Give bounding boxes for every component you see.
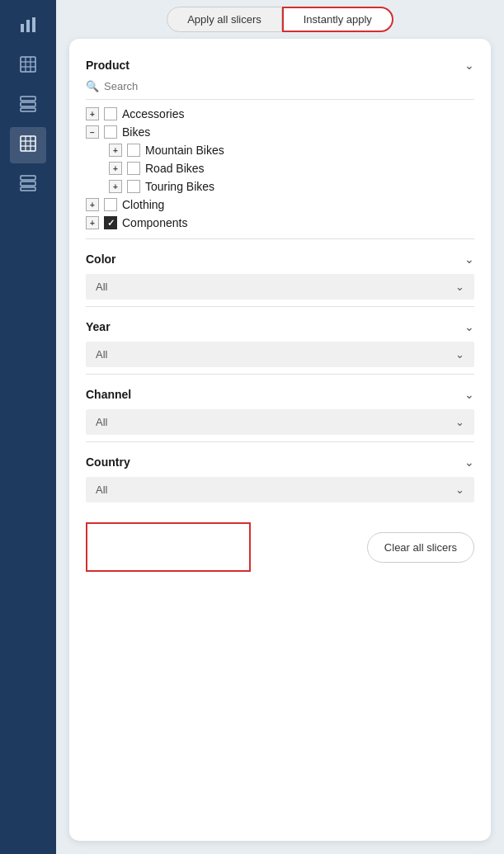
label-bikes: Bikes: [122, 125, 150, 139]
sidebar-item-matrix2[interactable]: [10, 167, 46, 203]
year-value: All: [96, 348, 107, 361]
product-search-row: 🔍: [86, 77, 474, 100]
label-mountain-bikes: Mountain Bikes: [145, 144, 224, 157]
channel-section-header[interactable]: Channel ⌄: [86, 381, 474, 406]
country-value: All: [96, 484, 107, 496]
svg-rect-8: [21, 97, 35, 101]
svg-rect-0: [21, 24, 24, 32]
product-search-input[interactable]: [104, 80, 474, 92]
divider-2: [86, 306, 474, 307]
tree-item-road-bikes: + Road Bikes: [86, 159, 474, 177]
tree-item-mountain-bikes: + Mountain Bikes: [86, 141, 474, 159]
label-clothing: Clothing: [122, 198, 164, 211]
expand-mountain-bikes[interactable]: +: [109, 144, 122, 157]
tree-item-bikes: − Bikes: [86, 123, 474, 141]
sidebar-item-table1[interactable]: [10, 48, 46, 84]
color-chevron-icon: ⌄: [464, 252, 474, 266]
expand-accessories[interactable]: +: [86, 107, 99, 120]
year-dropdown-chevron-icon: ⌄: [455, 348, 464, 361]
clear-all-button[interactable]: Clear all slicers: [367, 532, 474, 563]
label-touring-bikes: Touring Bikes: [145, 180, 214, 193]
svg-rect-9: [21, 102, 35, 106]
top-tabs: Apply all slicers Instantly apply: [56, 0, 504, 32]
year-chevron-icon: ⌄: [464, 320, 474, 333]
table2-icon: [20, 135, 36, 156]
svg-rect-2: [32, 17, 35, 32]
empty-action-box[interactable]: [86, 522, 251, 572]
sidebar-item-table2[interactable]: [10, 127, 46, 163]
apply-all-tab[interactable]: Apply all slicers: [167, 7, 282, 32]
expand-touring-bikes[interactable]: +: [109, 180, 122, 193]
channel-label: Channel: [86, 388, 131, 401]
bar-chart-icon: [19, 16, 37, 38]
tree-item-components: + Components: [86, 214, 474, 232]
label-road-bikes: Road Bikes: [145, 162, 205, 175]
channel-dropdown[interactable]: All ⌄: [86, 409, 474, 435]
color-value: All: [96, 281, 107, 293]
bottom-actions: Clear all slicers: [86, 516, 474, 572]
svg-rect-17: [21, 182, 35, 186]
color-dropdown[interactable]: All ⌄: [86, 274, 474, 300]
year-label: Year: [86, 320, 111, 333]
slicer-panel: Product ⌄ 🔍 + Accessories − Bikes + Moun…: [69, 39, 491, 841]
product-chevron-icon: ⌄: [464, 59, 474, 72]
expand-bikes[interactable]: −: [86, 125, 99, 139]
channel-value: All: [96, 416, 107, 428]
sidebar: [0, 0, 56, 854]
country-label: Country: [86, 455, 130, 469]
main-panel: Apply all slicers Instantly apply Produc…: [56, 0, 504, 854]
svg-rect-16: [21, 176, 35, 180]
color-dropdown-chevron-icon: ⌄: [455, 281, 464, 293]
label-components: Components: [122, 216, 187, 229]
tree-item-touring-bikes: + Touring Bikes: [86, 177, 474, 196]
svg-rect-18: [21, 187, 35, 191]
tree-item-accessories: + Accessories: [86, 105, 474, 123]
checkbox-mountain-bikes[interactable]: [127, 144, 140, 157]
checkbox-road-bikes[interactable]: [127, 162, 140, 175]
svg-rect-3: [21, 57, 35, 72]
expand-road-bikes[interactable]: +: [109, 162, 122, 175]
checkbox-bikes[interactable]: [104, 125, 117, 139]
country-dropdown[interactable]: All ⌄: [86, 477, 474, 502]
matrix2-icon: [20, 175, 36, 196]
channel-chevron-icon: ⌄: [464, 388, 474, 401]
svg-rect-11: [21, 136, 35, 151]
label-accessories: Accessories: [122, 107, 184, 120]
color-label: Color: [86, 252, 116, 266]
checkbox-components[interactable]: [104, 216, 117, 229]
sidebar-item-matrix1[interactable]: [10, 87, 46, 124]
table-icon: [20, 56, 36, 77]
divider-4: [86, 441, 474, 442]
svg-rect-10: [21, 108, 35, 111]
product-label: Product: [86, 59, 130, 72]
expand-components[interactable]: +: [86, 216, 99, 229]
instantly-apply-tab[interactable]: Instantly apply: [282, 7, 393, 32]
matrix-icon: [20, 96, 36, 116]
expand-clothing[interactable]: +: [86, 198, 99, 211]
svg-rect-1: [26, 20, 30, 32]
divider-1: [86, 238, 474, 239]
year-section-header[interactable]: Year ⌄: [86, 314, 474, 338]
checkbox-clothing[interactable]: [104, 198, 117, 211]
country-chevron-icon: ⌄: [464, 455, 474, 469]
tree-item-clothing: + Clothing: [86, 196, 474, 214]
checkbox-accessories[interactable]: [104, 107, 117, 120]
country-dropdown-chevron-icon: ⌄: [455, 484, 464, 496]
checkbox-touring-bikes[interactable]: [127, 180, 140, 193]
sidebar-item-barchart[interactable]: [10, 8, 46, 45]
product-section-header[interactable]: Product ⌄: [86, 52, 474, 77]
channel-dropdown-chevron-icon: ⌄: [455, 416, 464, 428]
year-dropdown[interactable]: All ⌄: [86, 342, 474, 367]
divider-3: [86, 374, 474, 375]
search-icon: 🔍: [86, 80, 99, 92]
country-section-header[interactable]: Country ⌄: [86, 449, 474, 474]
color-section-header[interactable]: Color ⌄: [86, 246, 474, 271]
